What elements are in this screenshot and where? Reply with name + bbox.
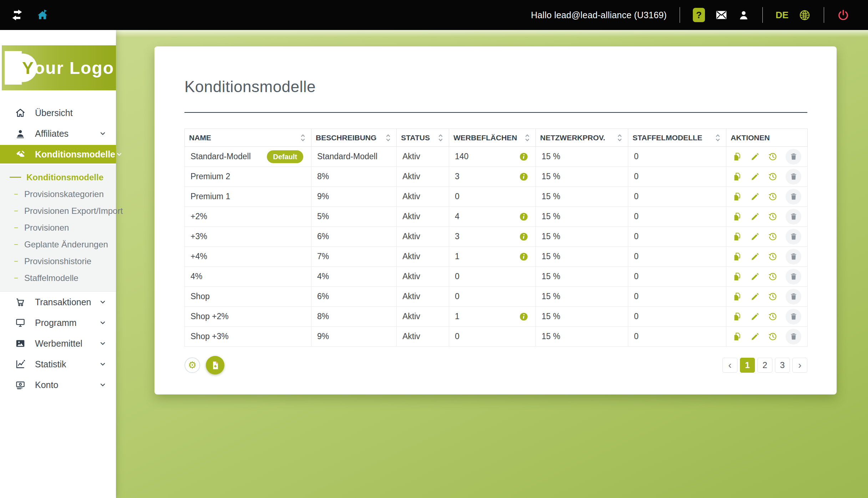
sidebar-item-konto[interactable]: Konto [0, 374, 116, 395]
delete-button[interactable] [786, 149, 801, 165]
history-icon[interactable] [768, 172, 778, 182]
history-icon[interactable] [768, 152, 778, 162]
delete-button[interactable] [786, 169, 801, 185]
account-icon[interactable] [738, 9, 750, 21]
edit-icon[interactable] [750, 312, 760, 322]
column-header-name[interactable]: NAME [185, 129, 311, 147]
submenu-item[interactable]: Konditionsmodelle [0, 169, 116, 186]
pagination-next[interactable]: › [792, 358, 807, 373]
column-header-werbeflächen[interactable]: WERBEFLÄCHEN [449, 129, 536, 147]
delete-button[interactable] [786, 189, 801, 205]
copy-icon[interactable] [732, 212, 742, 222]
history-icon[interactable] [768, 272, 778, 282]
cell-beschreibung: 4% [311, 267, 397, 287]
sort-icon[interactable] [616, 133, 624, 142]
edit-icon[interactable] [750, 292, 760, 302]
logo[interactable]: Your Logo [2, 45, 116, 90]
delete-button[interactable] [786, 289, 801, 305]
delete-button[interactable] [786, 209, 801, 225]
sidebar-item-werbemittel[interactable]: Werbemittel [0, 333, 116, 354]
edit-icon[interactable] [750, 332, 760, 342]
info-icon[interactable] [519, 212, 528, 221]
cell-staffelmodelle: 0 [628, 307, 726, 327]
edit-icon[interactable] [750, 232, 760, 242]
history-icon[interactable] [768, 232, 778, 242]
info-icon[interactable] [519, 252, 528, 261]
history-icon[interactable] [768, 332, 778, 342]
delete-button[interactable] [786, 329, 801, 344]
copy-icon[interactable] [732, 232, 742, 242]
export-button[interactable] [206, 356, 224, 374]
history-icon[interactable] [768, 252, 778, 262]
submenu-item[interactable]: Provisionskategorien [0, 186, 116, 202]
submenu-item[interactable]: Provisionshistorie [0, 253, 116, 270]
home-icon[interactable] [36, 8, 49, 22]
globe-icon[interactable] [798, 9, 811, 21]
info-icon[interactable] [519, 172, 528, 181]
sort-icon[interactable] [299, 133, 307, 142]
pagination-page-2[interactable]: 2 [757, 358, 772, 373]
history-icon[interactable] [768, 292, 778, 302]
sidebar-item-konditionsmodelle[interactable]: Konditionsmodelle [0, 145, 116, 164]
history-icon[interactable] [768, 312, 778, 322]
pagination-prev[interactable]: ‹ [722, 358, 737, 373]
pagination-page-1[interactable]: 1 [740, 358, 755, 373]
column-header-netzwerkprov[interactable]: NETZWERKPROV. [536, 129, 628, 147]
sidebar-item-transaktionen[interactable]: Transaktionen [0, 292, 116, 312]
column-header-beschreibung[interactable]: BESCHREIBUNG [311, 129, 397, 147]
copy-icon[interactable] [732, 332, 742, 342]
pagination-page-3[interactable]: 3 [775, 358, 790, 373]
cell-werbeflaechen: 0 [449, 267, 536, 287]
column-header-status[interactable]: STATUS [397, 129, 449, 147]
history-icon[interactable] [768, 192, 778, 202]
delete-button[interactable] [786, 229, 801, 245]
sidebar-item-uebersicht[interactable]: Übersicht [0, 102, 116, 123]
info-icon[interactable] [519, 232, 528, 241]
copy-icon[interactable] [732, 252, 742, 262]
submenu-item[interactable]: Provisionen [0, 219, 116, 236]
edit-icon[interactable] [750, 252, 760, 262]
submenu-item-label: Provisionshistorie [24, 256, 91, 266]
sort-icon[interactable] [437, 133, 445, 142]
copy-icon[interactable] [732, 192, 742, 202]
info-icon[interactable] [519, 152, 528, 161]
sidebar-item-affiliates[interactable]: Affiliates [0, 123, 116, 144]
cell-aktionen [726, 207, 808, 227]
help-icon[interactable]: ? [693, 8, 705, 22]
delete-button[interactable] [786, 309, 801, 325]
table-row: +4%7%Aktiv115 %0 [185, 247, 808, 267]
copy-icon[interactable] [732, 292, 742, 302]
table-row: Shop6%Aktiv015 %0 [185, 287, 808, 307]
sidebar-item-statistik[interactable]: Statistik [0, 354, 116, 374]
sidebar-item-programm[interactable]: Programm [0, 312, 116, 333]
edit-icon[interactable] [750, 152, 760, 162]
submenu-item[interactable]: Staffelmodelle [0, 270, 116, 286]
edit-icon[interactable] [750, 192, 760, 202]
submenu-item[interactable]: Geplante Änderungen [0, 236, 116, 253]
language-label[interactable]: DE [776, 10, 788, 21]
sort-icon[interactable] [384, 133, 392, 142]
logout-icon[interactable] [837, 9, 849, 21]
submenu-item[interactable]: Provisionen Export/Import [0, 202, 116, 219]
info-icon[interactable] [519, 312, 528, 321]
trash-icon [789, 152, 798, 161]
history-icon[interactable] [768, 212, 778, 222]
settings-button[interactable]: ⚙ [184, 357, 200, 373]
copy-icon[interactable] [732, 152, 742, 162]
edit-icon[interactable] [750, 272, 760, 282]
copy-icon[interactable] [732, 312, 742, 322]
dash-icon [14, 194, 18, 195]
delete-button[interactable] [786, 249, 801, 265]
mail-icon[interactable] [715, 9, 728, 21]
affiliates-icon [15, 128, 26, 139]
edit-icon[interactable] [750, 212, 760, 222]
sort-icon[interactable] [714, 133, 722, 142]
copy-icon[interactable] [732, 272, 742, 282]
sort-icon[interactable] [523, 133, 531, 142]
sidebar-toggle-icon[interactable] [11, 10, 24, 20]
column-header-staffelmodelle[interactable]: STAFFELMODELLE [628, 129, 726, 147]
trash-icon [789, 292, 798, 301]
copy-icon[interactable] [732, 172, 742, 182]
edit-icon[interactable] [750, 172, 760, 182]
delete-button[interactable] [786, 269, 801, 285]
